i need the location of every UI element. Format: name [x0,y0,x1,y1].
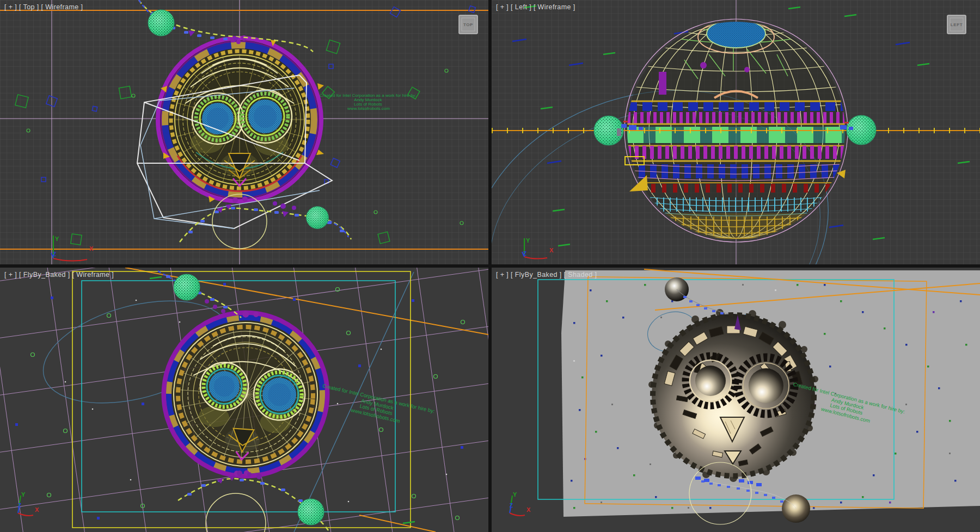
axis-z-label: Z [18,503,21,509]
viewport-flyby-wireframe[interactable]: Created for Intel Corporation as a work … [0,268,488,532]
axis-x-label: X [89,245,94,252]
viewport-label-menu[interactable]: [ + ] [ FlyBy_Baked ] [ Shaded ] [496,271,597,279]
green-sphere-object[interactable] [298,499,324,525]
viewport-label-menu[interactable]: [ + ] [ Left ] [ Wireframe ] [496,3,575,11]
axis-x-label: X [35,506,39,513]
viewcube-face-label: LEFT [951,22,963,27]
viewport-flyby-shaded[interactable]: Created for Intel Corporation as a work … [492,268,980,532]
viewcube-face-label: TOP [463,22,473,27]
ornate-sphere-top-view[interactable] [157,35,324,203]
axis-x-label: X [526,506,531,513]
green-sphere-object[interactable] [148,10,174,36]
axis-x-label: X [549,247,554,253]
viewcube[interactable]: LEFT [947,15,966,34]
viewcube[interactable]: TOP [459,15,477,34]
green-sphere-object[interactable] [174,274,200,300]
viewport-top-wireframe[interactable]: Created for Intel Corporation as a work … [0,0,488,264]
axis-y-label: Y [21,491,26,498]
viewport-label-menu[interactable]: [ + ] [ FlyBy_Baked ] [ Wireframe ] [4,271,114,279]
viewport-label-menu[interactable]: [ + ] [ Top ] [ Wireframe ] [4,3,83,11]
viewport-left-wireframe[interactable]: LEFT Y X Z [ + ] [ Left ] [ Wireframe ] [492,0,980,264]
axis-z-label: Z [523,251,526,257]
axis-z-label: Z [510,503,513,509]
axis-y-label: Y [526,237,530,244]
viewport-quad-layout: Created for Intel Corporation as a work … [0,0,980,532]
right-eye-gear [238,90,292,143]
axis-y-label: Y [513,491,517,498]
axis-z-label: Z [53,251,56,257]
axis-y-label: Y [55,236,59,242]
green-sphere-object[interactable] [307,207,329,229]
